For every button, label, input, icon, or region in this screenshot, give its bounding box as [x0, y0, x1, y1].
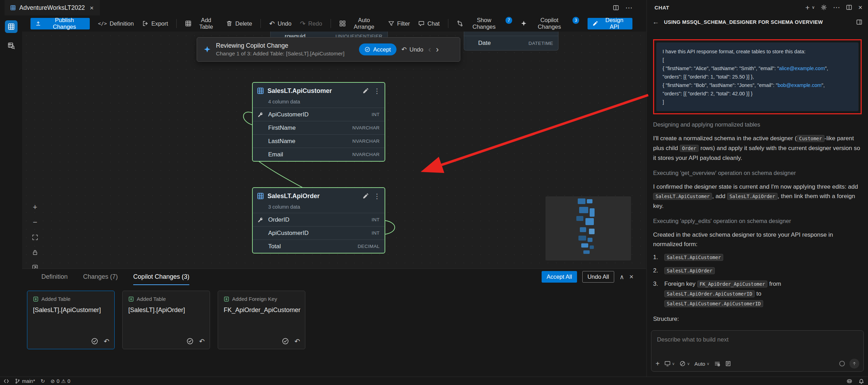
- mode-selector[interactable]: ∨: [679, 360, 690, 367]
- chat-input[interactable]: [654, 333, 861, 346]
- panel-layout-icon[interactable]: [856, 19, 862, 25]
- column-row[interactable]: EmailNVARCHAR: [253, 148, 385, 161]
- schema-canvas[interactable]: rowguid UNIQUEIDENTIFIER Date DATETIME R…: [22, 32, 646, 269]
- undo-button[interactable]: ↶ Undo: [269, 20, 291, 28]
- column-row[interactable]: LastNameNVARCHAR: [253, 134, 385, 148]
- copilot-status-icon[interactable]: [846, 378, 853, 384]
- back-arrow-icon[interactable]: ←: [652, 18, 659, 26]
- tab-close-icon[interactable]: ×: [90, 5, 94, 11]
- schema-designer-icon[interactable]: [5, 20, 18, 33]
- column-row[interactable]: Date DATETIME: [464, 36, 558, 50]
- copilot-changes-label: Copilot Changes: [530, 17, 569, 30]
- change-card-actions: ↶: [91, 338, 109, 345]
- send-button[interactable]: [849, 359, 859, 369]
- more-actions-icon[interactable]: ⋯: [833, 3, 840, 12]
- accept-change-icon[interactable]: [91, 338, 98, 345]
- accept-change-icon[interactable]: [187, 338, 194, 345]
- tab-adventureworks[interactable]: AdventureWorksLT2022 ×: [5, 0, 100, 15]
- column-row[interactable]: ApiCustomerIDINT: [253, 226, 385, 239]
- chat-icon: [418, 20, 425, 27]
- tab-copilot-changes[interactable]: Copilot Changes (3): [133, 269, 189, 285]
- zoom-in-button[interactable]: +: [30, 202, 40, 212]
- change-card-foreignkey[interactable]: Added Foreign Key FK_ApiOrder_ApiCustome…: [218, 291, 305, 349]
- auto-arrange-button[interactable]: Auto Arrange: [339, 17, 380, 30]
- undo-all-button[interactable]: Undo All: [582, 271, 614, 283]
- undo-change-icon[interactable]: ↶: [294, 338, 300, 345]
- change-card-apiorder[interactable]: Added Table [SalesLT].[ApiOrder] ↶: [122, 291, 210, 349]
- close-chat-icon[interactable]: ×: [858, 4, 862, 11]
- accept-all-button[interactable]: Accept All: [542, 271, 577, 283]
- chat-input-box[interactable]: + ∨ ∨ Auto ∨: [651, 330, 864, 372]
- list-number: 1.: [653, 252, 664, 262]
- copilot-changes-button[interactable]: Copilot Changes 3: [521, 17, 579, 30]
- assistant-status: Designing and applying normalized tables: [653, 121, 862, 128]
- message-line: ]: [663, 98, 852, 106]
- undo-change-icon[interactable]: ↶: [104, 338, 109, 345]
- fit-view-button[interactable]: [30, 232, 40, 243]
- design-api-button[interactable]: Design API: [588, 18, 632, 29]
- table-card-apiorder[interactable]: SalesLT.ApiOrder ⋮ 3 column data OrderID…: [252, 187, 385, 254]
- open-in-editor-icon[interactable]: [846, 4, 852, 11]
- column-row[interactable]: TotalDECIMAL: [253, 239, 385, 253]
- assistant-status: Executing 'apply_edits' operation on sch…: [653, 218, 862, 224]
- search-tables-icon[interactable]: [5, 39, 18, 52]
- table-menu-icon[interactable]: ⋮: [374, 193, 380, 200]
- email-link[interactable]: bob@example.com: [778, 82, 821, 88]
- instructions-icon[interactable]: [725, 360, 731, 367]
- table-card-apicustomer[interactable]: SalesLT.ApiCustomer ⋮ 4 column data ApiC…: [252, 82, 385, 162]
- edit-table-icon[interactable]: [362, 88, 369, 94]
- email-link[interactable]: alice@example.com: [779, 66, 825, 71]
- gear-icon[interactable]: [821, 4, 827, 11]
- accept-change-button[interactable]: Accept: [359, 43, 396, 55]
- minimap[interactable]: [545, 196, 631, 261]
- split-editor-icon[interactable]: [613, 5, 619, 11]
- chevron-down-icon[interactable]: ∨: [812, 5, 815, 10]
- show-changes-button[interactable]: Show Changes 7: [457, 17, 512, 30]
- change-type-label: Added Table: [41, 296, 70, 302]
- table-icon: [257, 87, 264, 94]
- attach-icon[interactable]: +: [656, 360, 660, 368]
- close-panel-icon[interactable]: ×: [629, 273, 633, 281]
- bell-icon[interactable]: [858, 378, 864, 384]
- publish-changes-button[interactable]: Publish Changes: [30, 18, 90, 29]
- collapse-panel-icon[interactable]: ∧: [619, 273, 624, 281]
- undo-change-icon[interactable]: ↶: [199, 338, 205, 345]
- column-row[interactable]: ApiCustomerIDINT: [253, 108, 385, 121]
- export-button[interactable]: Export: [142, 20, 168, 27]
- sync-icon[interactable]: ↻: [41, 378, 45, 384]
- column-row[interactable]: FirstNameNVARCHAR: [253, 121, 385, 134]
- table-menu-icon[interactable]: ⋮: [374, 88, 380, 94]
- export-diagram-button[interactable]: [30, 262, 40, 269]
- editor-more-icon[interactable]: ⋯: [625, 4, 632, 12]
- assistant-paragraph: I'll create a normalized schema in the a…: [653, 134, 862, 163]
- edit-table-icon[interactable]: [362, 193, 369, 199]
- change-card-apicustomer[interactable]: Added Table [SalesLT].[ApiCustomer] ↶: [27, 291, 115, 349]
- remote-icon[interactable]: [4, 378, 9, 384]
- next-change-icon[interactable]: ›: [436, 45, 439, 54]
- user-message: I have this API response format, create …: [656, 42, 859, 111]
- redo-icon: ↷: [300, 20, 305, 28]
- definition-button[interactable]: </> Definition: [98, 20, 134, 27]
- model-selector[interactable]: Auto ∨: [694, 361, 710, 367]
- zoom-out-button[interactable]: −: [30, 217, 40, 228]
- tab-changes[interactable]: Changes (7): [83, 269, 118, 285]
- undo-change-button[interactable]: ↶ Undo: [401, 46, 423, 53]
- tools-icon[interactable]: [714, 360, 720, 367]
- new-chat-icon[interactable]: +: [805, 4, 809, 11]
- table-fragment[interactable]: Date DATETIME: [464, 32, 558, 50]
- accept-change-icon[interactable]: [282, 338, 289, 345]
- list-number: 2.: [653, 266, 664, 276]
- add-table-button[interactable]: Add Table: [185, 17, 218, 30]
- column-row[interactable]: OrderIDINT: [253, 213, 385, 226]
- chat-button[interactable]: Chat: [418, 20, 440, 27]
- problems-indicator[interactable]: ⊘ 0 ⚠ 0: [50, 378, 70, 384]
- text-segment: { "firstName": "Bob", "lastName": "Jones…: [663, 82, 778, 88]
- filter-button[interactable]: Filter: [388, 20, 410, 27]
- delete-button[interactable]: Delete: [226, 20, 252, 27]
- publish-label: Publish Changes: [44, 17, 85, 30]
- screen-context-selector[interactable]: ∨: [664, 360, 675, 367]
- branch-indicator[interactable]: main*: [15, 378, 35, 384]
- change-type-label: Added Foreign Key: [232, 296, 277, 302]
- tab-definition[interactable]: Definition: [41, 269, 68, 285]
- lock-button[interactable]: [30, 247, 40, 258]
